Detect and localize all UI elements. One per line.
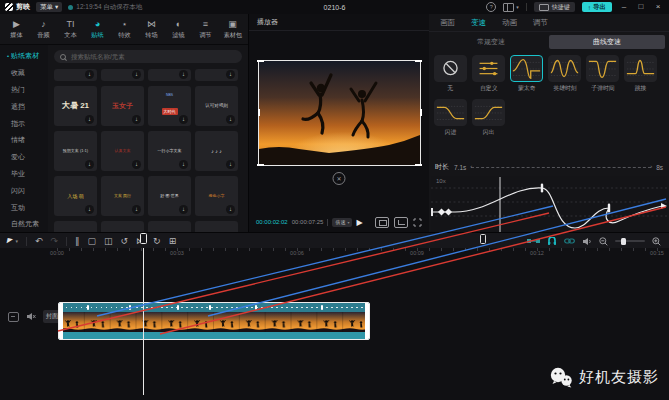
timeline-ruler[interactable]: 00:0000:0300:0600:0900:1200:15 [0, 248, 669, 258]
sticker-item[interactable]: ↓ [101, 69, 144, 81]
keyframe-icon[interactable] [527, 237, 540, 245]
download-icon[interactable]: ↓ [132, 205, 141, 214]
split-icon[interactable]: ∥ [75, 234, 80, 248]
sticker-search[interactable] [54, 50, 242, 63]
speaker-icon[interactable] [582, 237, 592, 246]
selection-handle[interactable] [257, 164, 264, 166]
sidebar-item-情绪[interactable]: •情绪 [0, 132, 48, 149]
sticker-item[interactable]: 入场 萌↓ [54, 176, 97, 216]
sticker-item[interactable]: ↓ [54, 69, 97, 81]
media-tab-调节[interactable]: ≡调节 [193, 19, 218, 40]
preset-flash-out[interactable]: 闪出 [472, 99, 505, 137]
sidebar-item-遮挡[interactable]: •遮挡 [0, 98, 48, 115]
collapse-track-icon[interactable] [8, 312, 19, 322]
video-clip[interactable] [58, 302, 370, 340]
play-button[interactable]: ▶ [356, 218, 362, 227]
selection-handle[interactable] [258, 109, 260, 116]
crop-icon[interactable]: ⊞ [169, 234, 177, 248]
tab-speed[interactable]: 变速 [471, 18, 486, 28]
media-tab-贴纸[interactable]: ◕贴纸 [85, 19, 110, 40]
deselect-button[interactable]: ✕ [333, 172, 346, 185]
maximize-button[interactable]: □ [636, 2, 646, 12]
preset-bullet-time[interactable]: 子弹时间 [586, 55, 619, 93]
tab-picture[interactable]: 画面 [440, 18, 455, 28]
download-icon[interactable]: ↓ [85, 115, 94, 124]
select-tool-icon[interactable]: ◤ [6, 234, 14, 249]
sticker-item[interactable]: 预期文案 (1:1)↓ [54, 131, 97, 171]
selection-handle[interactable] [257, 60, 264, 62]
media-tab-文本[interactable]: TI文本 [58, 19, 83, 40]
mute-track-icon[interactable] [26, 312, 36, 321]
subtab-normal-speed[interactable]: 常规变速 [433, 35, 549, 49]
magnet-icon[interactable] [547, 237, 557, 246]
sticker-item[interactable]: 玉女子↓ [101, 86, 144, 126]
curve-point[interactable] [438, 208, 445, 215]
video-preview[interactable] [258, 60, 421, 166]
download-icon[interactable]: ↓ [179, 160, 188, 169]
download-icon[interactable]: ↓ [132, 160, 141, 169]
ratio-button[interactable] [394, 217, 408, 228]
download-icon[interactable]: ↓ [179, 205, 188, 214]
playhead-pin[interactable] [140, 233, 147, 244]
sticker-item[interactable]: 文案 两行↓ [101, 176, 144, 216]
preset-custom[interactable]: 自定义 [472, 55, 505, 93]
preset-jump-cut[interactable]: 跳接 [624, 55, 657, 93]
subtab-curve-speed[interactable]: 曲线变速 [549, 35, 665, 49]
sticker-item[interactable]: 橙色小字↓ [195, 176, 238, 216]
menu-button[interactable]: 菜单 ▾ [36, 2, 62, 12]
zoom-out-icon[interactable] [599, 237, 608, 246]
clip-trim-handle-left[interactable] [59, 303, 63, 339]
reverse-icon[interactable]: ↺ [121, 234, 129, 248]
sidebar-item-闪闪[interactable]: •闪闪 [0, 182, 48, 199]
sticker-item[interactable] [195, 221, 238, 232]
quality-button[interactable] [375, 217, 389, 228]
media-tab-特效[interactable]: ⋆特效 [112, 19, 137, 40]
sidebar-item-指示[interactable]: •指示 [0, 115, 48, 132]
download-icon[interactable]: ↓ [132, 115, 141, 124]
timeline-zoom-slider[interactable] [615, 240, 645, 242]
search-input[interactable] [69, 52, 236, 61]
download-icon[interactable]: ↓ [226, 115, 235, 124]
sticker-item[interactable] [101, 221, 144, 232]
media-tab-素材包[interactable]: ▣素材包 [220, 19, 245, 40]
sticker-item[interactable]: 大暑 21↓ [54, 86, 97, 126]
sidebar-item-自然元素[interactable]: •自然元素 [0, 216, 48, 232]
curve-point[interactable] [541, 184, 543, 193]
preset-flash-in[interactable]: 闪进 [434, 99, 467, 137]
media-tab-媒体[interactable]: ▶媒体 [4, 19, 29, 40]
select-caret-icon[interactable]: ▾ [15, 234, 18, 248]
sticker-item[interactable]: 一行小字文案↓ [148, 131, 191, 171]
sticker-item[interactable] [148, 221, 191, 232]
sidebar-item-热门[interactable]: •热门 [0, 82, 48, 99]
download-icon[interactable]: ↓ [226, 160, 235, 169]
sidebar-item-互动[interactable]: •互动 [0, 199, 48, 216]
sticker-item[interactable]: ↓ [195, 69, 238, 81]
shortcuts-button[interactable]: 快捷键 [534, 2, 575, 12]
sticker-item[interactable]: 认可对规则↓ [195, 86, 238, 126]
tab-adjust[interactable]: 调节 [533, 18, 548, 28]
preset-montage[interactable]: 蒙太奇 [510, 55, 543, 93]
preset-none[interactable]: 无 [434, 55, 467, 93]
sidebar-item-爱心[interactable]: •爱心 [0, 149, 48, 166]
minimize-button[interactable]: – [619, 2, 629, 12]
download-icon[interactable]: ↓ [226, 70, 235, 79]
sidebar-item-毕业[interactable]: •毕业 [0, 166, 48, 183]
sidebar-item-贴纸素材[interactable]: •贴纸素材 [0, 48, 48, 65]
undo-icon[interactable]: ↶ [35, 234, 43, 248]
export-button[interactable]: ↑ 导出 [582, 2, 612, 12]
tab-animation[interactable]: 动画 [502, 18, 517, 28]
clip-trim-handle-right[interactable] [365, 303, 369, 339]
selection-handle[interactable] [415, 60, 422, 62]
download-icon[interactable]: ↓ [85, 70, 94, 79]
download-icon[interactable]: ↓ [85, 205, 94, 214]
sticker-item[interactable]: NBS大时代↓ [148, 86, 191, 126]
close-button[interactable]: × [653, 2, 663, 12]
marker-pin[interactable] [480, 234, 486, 244]
sticker-item[interactable]: 好·图·世界↓ [148, 176, 191, 216]
fullscreen-icon[interactable] [413, 218, 422, 227]
linkage-icon[interactable] [564, 237, 575, 245]
playback-speed-dropdown[interactable]: 倍速 ▾ [332, 218, 352, 227]
download-icon[interactable]: ↓ [226, 205, 235, 214]
sticker-item[interactable]: ♪ ♪ ♪↓ [195, 131, 238, 171]
selection-handle[interactable] [420, 109, 422, 116]
